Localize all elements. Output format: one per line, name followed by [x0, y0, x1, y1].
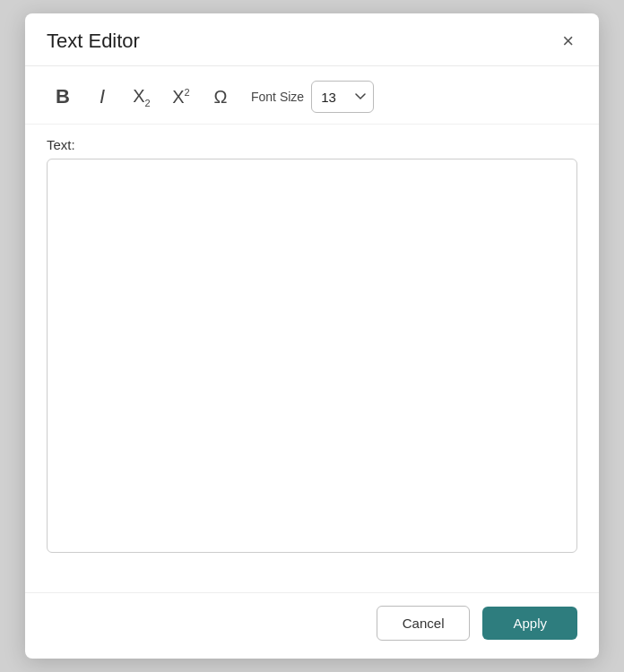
superscript-icon: X2 — [172, 87, 189, 108]
dialog-footer: Cancel Apply — [25, 592, 599, 659]
omega-button[interactable]: Ω — [204, 81, 237, 113]
close-button[interactable]: × — [559, 30, 577, 53]
subscript-button[interactable]: X2 — [126, 81, 158, 113]
bold-button[interactable]: B — [47, 81, 79, 113]
text-area-container — [25, 159, 599, 592]
font-size-label: Font Size — [251, 90, 304, 104]
dialog-title: Text Editor — [47, 30, 140, 53]
cancel-button[interactable]: Cancel — [377, 606, 471, 641]
dialog-header: Text Editor × — [25, 13, 599, 66]
bold-icon: B — [56, 85, 70, 108]
italic-button[interactable]: I — [86, 81, 118, 113]
superscript-button[interactable]: X2 — [165, 81, 197, 113]
omega-icon: Ω — [214, 87, 228, 108]
toolbar: B I X2 X2 Ω Font Size 8 9 10 11 12 13 14… — [25, 66, 599, 125]
font-size-select[interactable]: 8 9 10 11 12 13 14 16 18 20 24 28 32 36 — [311, 81, 374, 113]
text-editor-dialog: Text Editor × B I X2 X2 Ω Font Size 8 9 … — [25, 13, 599, 659]
text-area-label: Text: — [47, 137, 75, 152]
apply-button[interactable]: Apply — [482, 607, 577, 640]
text-label-row: Text: — [25, 125, 599, 159]
text-input[interactable] — [47, 159, 577, 553]
italic-icon: I — [100, 85, 105, 108]
subscript-icon: X2 — [133, 86, 150, 108]
